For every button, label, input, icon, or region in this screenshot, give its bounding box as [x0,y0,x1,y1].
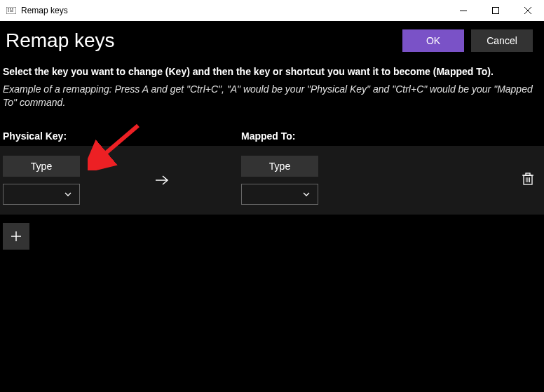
header-actions: OK Cancel [402,29,533,52]
mapped-type-button[interactable]: Type [241,156,318,177]
mapped-key-dropdown[interactable] [241,184,318,205]
svg-rect-6 [460,11,467,11]
instructions: Select the key you want to change (Key) … [0,66,544,115]
chevron-down-icon [302,190,311,198]
cancel-button[interactable]: Cancel [471,29,533,52]
add-row-container [0,215,544,255]
physical-key-label: Physical Key: [3,130,241,142]
close-button[interactable] [512,0,544,21]
instruction-example: Example of a remapping: Press A and get … [3,83,538,109]
svg-rect-5 [10,11,13,12]
mapped-to-label: Mapped To: [241,130,296,142]
header: Remap keys OK Cancel [0,21,544,66]
physical-type-button[interactable]: Type [3,156,80,177]
delete-column [522,172,534,189]
app-icon [6,6,17,15]
instruction-main: Select the key you want to change (Key) … [3,66,538,77]
column-labels: Physical Key: Mapped To: [0,115,544,146]
chevron-down-icon [64,190,72,198]
mapped-to-column: Type [241,156,367,205]
page-title: Remap keys [6,29,115,52]
physical-key-dropdown[interactable] [3,184,80,205]
maximize-button[interactable] [480,0,512,21]
svg-rect-1 [8,8,9,10]
svg-rect-2 [10,8,11,10]
svg-rect-3 [12,8,13,10]
window-titlebar: Remap keys [0,0,544,21]
delete-row-button[interactable] [522,172,534,189]
svg-rect-7 [493,8,499,14]
add-mapping-button[interactable] [3,223,29,250]
arrow-right-icon [154,172,170,189]
plus-icon [11,231,22,242]
svg-rect-18 [526,173,530,175]
minimize-button[interactable] [447,0,480,21]
window-title: Remap keys [21,6,447,15]
svg-rect-4 [8,11,9,12]
trash-icon [522,172,534,186]
physical-key-column: Type [3,156,129,205]
mapping-row: Type Type [0,146,544,215]
ok-button[interactable]: OK [402,29,464,52]
maps-to-arrow [129,172,241,189]
